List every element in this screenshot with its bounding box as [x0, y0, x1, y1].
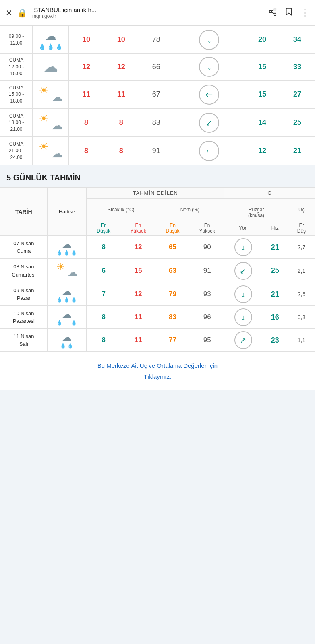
- lock-icon: 🔒: [17, 8, 27, 18]
- time-label: CUMA21.00 -24.00: [2, 141, 31, 161]
- wind-direction-cell: ↓: [174, 26, 245, 54]
- temp-low-val: 8: [87, 306, 121, 329]
- svg-point-2: [274, 13, 276, 15]
- wind-gust: 25: [280, 109, 315, 137]
- wind-speed: 15: [245, 54, 280, 80]
- wind-arrow-down: ↓: [241, 290, 245, 299]
- hadise-cell: ☁ 💧 💧 💧: [47, 306, 86, 329]
- wind-direction-cell: ↙: [174, 80, 245, 109]
- date-cell: 11 NisanSalı: [0, 329, 48, 352]
- share-icon[interactable]: [268, 7, 277, 18]
- nem-high-val: 90: [190, 236, 224, 259]
- time-cell: CUMA12.00 -15.00: [0, 54, 33, 80]
- wind-circle: ↙: [234, 262, 252, 280]
- hadise-cell: ☁ 💧 💧: [47, 329, 86, 352]
- wind-speed-val: 23: [262, 329, 288, 352]
- time-cell: CUMA18.00 -21.00: [0, 109, 33, 137]
- table-row: 08 NisanCumartesi ☀ ☁ 6 15 63 91 ↙: [0, 259, 315, 283]
- weather-icon-cell: ☁: [33, 54, 69, 80]
- wind-direction-cell: ←: [174, 137, 245, 165]
- hadise-cell: ☁ 💧 💧 💧: [47, 236, 86, 259]
- footer-link[interactable]: Bu Merkeze Ait Uç ve Ortalama Değerler İ…: [97, 362, 218, 380]
- temp-low-val: 8: [87, 236, 121, 259]
- uc-header: Uç: [288, 199, 315, 221]
- table-row: CUMA21.00 -24.00 ☀ ☁ 8 8 91 ←: [0, 137, 315, 165]
- temp-high: 8: [104, 137, 139, 165]
- nem-low-val: 63: [155, 259, 190, 283]
- hadise-cell: ☀ ☁: [47, 259, 86, 283]
- section-header: 5 GÜNLÜK TAHMİN: [0, 165, 315, 187]
- tarih-header: TARİH: [0, 188, 48, 236]
- table-row: 09 NisanPazar ☁ 💧 💧 💧 7 12: [0, 283, 315, 306]
- wind-gust: 27: [280, 80, 315, 109]
- temp-low-val: 7: [87, 283, 121, 306]
- table-row: 09.00 -12.00 ☁ 💧 💧 💧 10 10: [0, 26, 315, 54]
- browser-title-block: ISTANBUL için anlık h... mgm.gov.tr: [32, 6, 263, 19]
- date-cell: 08 NisanCumartesi: [0, 259, 48, 283]
- wind-arrow-down-left: ↙: [203, 88, 216, 101]
- hourly-table: 09.00 -12.00 ☁ 💧 💧 💧 10 10: [0, 26, 315, 165]
- wind-uc-val: 2,6: [288, 283, 315, 306]
- nem-high-val: 96: [190, 306, 224, 329]
- table-row: 11 NisanSalı ☁ 💧 💧 8 11 77 95: [0, 329, 315, 352]
- nem-low-val: 83: [155, 306, 190, 329]
- table-row: 10 NisanPazartesi ☁ 💧 💧 💧 8 11: [0, 306, 315, 329]
- date-cell: 07 NisanCuma: [0, 236, 48, 259]
- header-row-1: TARİH Hadise TAHMİN EDİLEN G: [0, 188, 315, 199]
- rain-light2-icon: ☁ 💧 💧: [49, 332, 85, 349]
- browser-actions: ⋮: [268, 7, 309, 18]
- sub-en-dusuk-n: EnDüşük: [155, 221, 190, 236]
- wind-circle: ↓: [234, 285, 252, 303]
- browser-url: mgm.gov.tr: [32, 13, 263, 19]
- rain-icon: ☁ 💧 💧 💧: [49, 286, 85, 303]
- svg-point-0: [274, 8, 276, 10]
- time-cell: CUMA21.00 -24.00: [0, 137, 33, 165]
- wind-dir-cell: ↓: [224, 306, 262, 329]
- rain-light-icon: ☁ 💧 💧 💧: [49, 309, 85, 326]
- temp-low: 12: [69, 54, 104, 80]
- temp-high-val: 15: [121, 259, 155, 283]
- wind-speed-val: 16: [262, 306, 288, 329]
- date-cell: 09 NisanPazar: [0, 283, 48, 306]
- wind-gust: 33: [280, 54, 315, 80]
- time-cell: 09.00 -12.00: [0, 26, 33, 54]
- wind-arrow-down-left: ↙: [240, 266, 247, 276]
- forecast-table-wrapper: TARİH Hadise TAHMİN EDİLEN G Sıcaklık: [0, 187, 315, 352]
- bookmark-icon[interactable]: [284, 7, 293, 18]
- humidity: 91: [139, 137, 174, 165]
- partly-cloudy-icon: ☀ ☁: [39, 84, 63, 104]
- date-cell: 10 NisanPazartesi: [0, 306, 48, 329]
- nem-high-val: 95: [190, 329, 224, 352]
- close-icon[interactable]: ✕: [6, 8, 12, 18]
- wind-arrow-left: ←: [205, 146, 213, 156]
- nem-header: Nem (%): [155, 199, 224, 221]
- sub-en-yuksek-n: EnYüksek: [190, 221, 224, 236]
- wind-arrow-down: ↓: [241, 313, 245, 322]
- temp-high-val: 11: [121, 306, 155, 329]
- rain-icon: ☁ 💧 💧 💧: [49, 239, 85, 256]
- humidity: 66: [139, 54, 174, 80]
- nem-low-val: 65: [155, 236, 190, 259]
- partly-cloudy-icon: ☀ ☁: [56, 261, 77, 279]
- sub-en-dusuk-s: EnDüşük: [87, 221, 121, 236]
- table-row: 07 NisanCuma ☁ 💧 💧 💧 8 12 6: [0, 236, 315, 259]
- hadise-label: Hadise: [59, 208, 75, 215]
- time-label: CUMA18.00 -21.00: [2, 113, 31, 133]
- table-row: CUMA12.00 -15.00 ☁ 12 12 66 ↓ 15 33: [0, 54, 315, 80]
- wind-gust: 21: [280, 137, 315, 165]
- wind-uc-val: 2,1: [288, 259, 315, 283]
- humidity: 78: [139, 26, 174, 54]
- hadise-cell: ☁ 💧 💧 💧: [47, 283, 86, 306]
- wind-speed-val: 25: [262, 259, 288, 283]
- main-content: 09.00 -12.00 ☁ 💧 💧 💧 10 10: [0, 26, 315, 390]
- temp-high: 11: [104, 80, 139, 109]
- table-row: CUMA15.00 -18.00 ☀ ☁ 11 11 67 ↙: [0, 80, 315, 109]
- forecast-table: TARİH Hadise TAHMİN EDİLEN G Sıcaklık: [0, 187, 315, 352]
- cloudy-icon: ☁: [34, 58, 67, 75]
- menu-icon[interactable]: ⋮: [300, 8, 309, 18]
- wind-circle: ↓: [234, 238, 252, 256]
- wind-direction-circle: ←: [199, 141, 219, 161]
- svg-point-1: [269, 10, 272, 13]
- time-label: CUMA15.00 -18.00: [2, 85, 31, 105]
- wind-dir-cell: ↗: [224, 329, 262, 352]
